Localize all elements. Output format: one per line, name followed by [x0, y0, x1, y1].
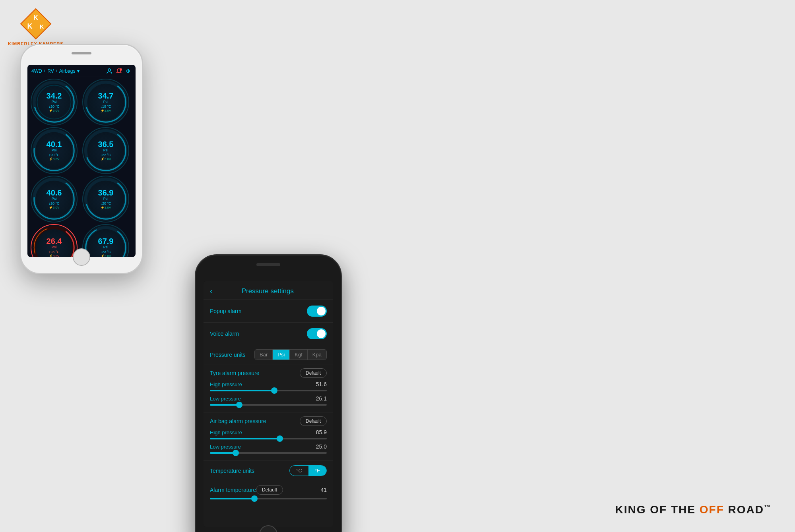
temp-units-label: Temperature units [210, 468, 254, 474]
airbag-default-button[interactable]: Default [300, 416, 327, 426]
vehicle-title: 4WD + RV + Airbags [31, 68, 76, 74]
voice-alarm-toggle[interactable] [307, 328, 327, 339]
airbag-low-value: 25.0 [316, 443, 327, 450]
left-phone-screen: 4WD + RV + Airbags ▾ [27, 65, 136, 257]
airbag-high-label: High pressure [210, 429, 242, 435]
high-pressure-label: High pressure [210, 381, 242, 387]
header-icons [106, 68, 132, 74]
logo-area: K K K KIMBERLEY KAMPERS [8, 8, 64, 46]
bell-icon [116, 68, 122, 74]
gauge-3: 40.1 Psi ↓20 °C ⚡3.0V [31, 127, 78, 174]
svg-text:K: K [27, 22, 32, 30]
high-pressure-slider[interactable] [210, 390, 327, 391]
alarm-temp-slider[interactable] [210, 498, 327, 499]
alarm-temp-section: Alarm temperature Default 41 [204, 481, 333, 506]
svg-marker-0 [21, 9, 51, 39]
popup-alarm-toggle[interactable] [307, 306, 327, 317]
vehicle-selector[interactable]: 4WD + RV + Airbags ▾ [31, 68, 80, 74]
tagline-suffix: ROAD [724, 503, 764, 516]
svg-point-10 [37, 85, 71, 119]
center-phone-screen: ‹ Pressure settings Popup alarm Voice al… [204, 281, 333, 527]
gauge-4: 36.5 Psi ↓22 °C ⚡3.0V [82, 127, 129, 174]
high-pressure-row: High pressure 51.6 [210, 381, 327, 387]
tagline: KING OF THE OFF ROAD™ [615, 503, 771, 516]
airbag-alarm-header: Air bag alarm pressure Default [210, 416, 327, 426]
gauge-7: 26.4 Psi ↓23 °C ⚡3.0V [31, 224, 78, 257]
tyre-alarm-header: Tyre alarm pressure Default [210, 368, 327, 378]
low-pressure-value: 26.1 [316, 395, 327, 402]
settings-title: Pressure settings [217, 287, 319, 295]
center-phone: ‹ Pressure settings Popup alarm Voice al… [195, 254, 342, 532]
svg-point-24 [86, 228, 126, 257]
left-screen-content: 4WD + RV + Airbags ▾ [27, 65, 136, 257]
voice-alarm-label: Voice alarm [210, 331, 239, 337]
pressure-units-row: Pressure units Bar Psi Kgf Kpa [204, 345, 333, 364]
alarm-temp-label: Alarm temperature [210, 487, 256, 493]
airbag-low-label: Low pressure [210, 444, 241, 450]
airbag-low-slider[interactable] [210, 452, 327, 454]
popup-alarm-row: Popup alarm [204, 300, 333, 323]
settings-header: ‹ Pressure settings [204, 281, 333, 300]
gauge-8: 67.9 Psi ↓23 °C ⚡3.0V [82, 224, 129, 257]
temp-celsius[interactable]: °C [290, 466, 308, 476]
pressure-units-label: Pressure units [210, 352, 245, 358]
unit-bar[interactable]: Bar [255, 350, 273, 360]
temp-units-selector: °C °F [289, 465, 327, 476]
svg-marker-7 [127, 70, 128, 73]
airbag-alarm-label: Air bag alarm pressure [210, 418, 266, 424]
temp-units-row: Temperature units °C °F [204, 460, 333, 481]
tyre-default-button[interactable]: Default [300, 368, 327, 378]
left-phone: 4WD + RV + Airbags ▾ [20, 44, 143, 274]
left-header: 4WD + RV + Airbags ▾ [30, 68, 133, 77]
gauge-2: 34.7 Psi ↓19 °C ⚡3.0V [82, 79, 129, 126]
svg-text:K: K [40, 23, 44, 30]
person-icon [106, 68, 112, 74]
center-screen-content: ‹ Pressure settings Popup alarm Voice al… [204, 281, 333, 527]
svg-text:K: K [33, 14, 38, 21]
gauge-1: 34.2 Psi ↓20 °C ⚡3.0V [31, 79, 78, 126]
airbag-alarm-section: Air bag alarm pressure Default High pres… [204, 412, 333, 460]
units-selector: Bar Psi Kgf Kpa [254, 349, 327, 360]
airbag-high-row: High pressure 85.9 [210, 429, 327, 435]
svg-point-21 [34, 228, 74, 257]
tyre-alarm-label: Tyre alarm pressure [210, 370, 259, 376]
airbag-high-value: 85.9 [316, 429, 327, 435]
alarm-temp-header: Alarm temperature Default 41 [210, 485, 327, 495]
tyre-alarm-section: Tyre alarm pressure Default High pressur… [204, 364, 333, 412]
alarm-temp-default-button[interactable]: Default [256, 485, 283, 495]
high-pressure-value: 51.6 [316, 381, 327, 387]
dropdown-icon: ▾ [77, 68, 80, 74]
low-pressure-label: Low pressure [210, 396, 241, 402]
gauge-grid: 34.2 Psi ↓20 °C ⚡3.0V 34.7 Psi ↓19 °C ⚡3… [30, 77, 133, 257]
temp-fahrenheit[interactable]: °F [308, 466, 326, 476]
gauge-6: 36.9 Psi ↓20 °C ⚡3.0V [82, 176, 129, 222]
unit-kpa[interactable]: Kpa [308, 350, 326, 360]
unit-kgf[interactable]: Kgf [290, 350, 308, 360]
airbag-low-row: Low pressure 25.0 [210, 443, 327, 450]
volume-icon [125, 68, 132, 74]
gauge-5: 40.6 Psi ↓20 °C ⚡3.0V [31, 176, 78, 222]
tagline-off: OFF [700, 503, 724, 516]
voice-alarm-row: Voice alarm [204, 323, 333, 345]
low-pressure-slider[interactable] [210, 404, 327, 406]
svg-point-4 [108, 69, 111, 71]
back-button[interactable]: ‹ [210, 286, 213, 296]
popup-alarm-label: Popup alarm [210, 308, 241, 314]
alarm-temp-value: 41 [320, 487, 327, 493]
tagline-prefix: KING OF THE [615, 503, 700, 516]
unit-psi[interactable]: Psi [273, 350, 290, 360]
svg-point-5 [120, 68, 122, 71]
logo-icon: K K K [20, 8, 52, 40]
low-pressure-row: Low pressure 26.1 [210, 395, 327, 402]
airbag-high-slider[interactable] [210, 438, 327, 439]
tagline-tm: ™ [764, 504, 771, 511]
